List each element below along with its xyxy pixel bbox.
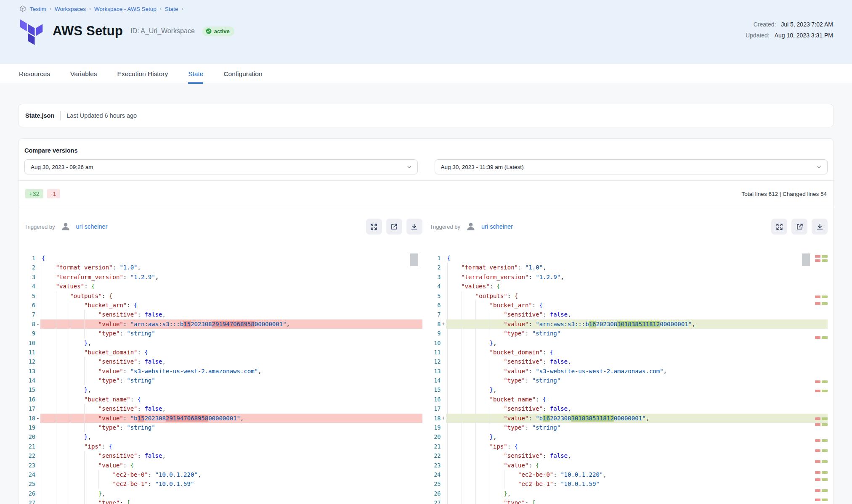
diff-sign	[35, 395, 40, 404]
open-external-button[interactable]	[386, 219, 402, 235]
tab-execution-history[interactable]: Execution History	[117, 64, 168, 84]
ruler-mark-added	[822, 439, 828, 442]
line-number: 20	[24, 432, 35, 441]
terraform-logo	[19, 19, 43, 45]
diff-sign	[35, 272, 40, 282]
diff-sign	[441, 272, 446, 282]
diff-sign	[35, 329, 40, 338]
code-line: 23"value": {	[24, 461, 422, 470]
diff-sign	[35, 451, 40, 460]
line-number: 24	[430, 470, 441, 479]
diff-sign	[35, 338, 40, 348]
breadcrumb-link[interactable]: Workspace - AWS Setup	[94, 6, 157, 12]
status-badge: active	[202, 26, 234, 36]
breadcrumb-separator-icon: ›	[181, 6, 183, 12]
code-line: 22"sensitive": false,	[430, 451, 828, 460]
scrollbar-thumb[interactable]	[410, 253, 418, 266]
diff-sign	[35, 432, 40, 441]
code-line: 17"sensitive": false,	[430, 404, 828, 413]
external-link-icon	[796, 223, 804, 231]
diff-sign	[441, 282, 446, 291]
diff-sign	[441, 291, 446, 301]
testim-logo-icon	[19, 5, 27, 13]
breadcrumb-link[interactable]: Workspaces	[55, 6, 86, 12]
download-button[interactable]	[812, 219, 828, 235]
line-number: 1	[24, 253, 35, 263]
code-line: 15},	[430, 385, 828, 394]
line-number: 20	[430, 432, 441, 441]
code-line: 1{	[430, 253, 828, 263]
download-button[interactable]	[406, 219, 422, 235]
triggered-by-user[interactable]: uri scheiner	[481, 223, 513, 230]
ruler-mark-removed	[815, 336, 820, 339]
file-name: State.json	[25, 112, 54, 119]
last-updated-text: Last Updated 6 hours ago	[66, 112, 137, 119]
ruler-mark-added	[822, 423, 828, 426]
ruler-mark-removed	[815, 390, 820, 392]
code-line: 4"values": {	[430, 282, 828, 291]
line-number: 22	[24, 451, 35, 460]
open-external-button[interactable]	[791, 219, 807, 235]
check-circle-icon	[206, 28, 212, 34]
overview-ruler[interactable]	[815, 253, 828, 504]
code-line: 26},	[430, 489, 828, 498]
code-line: 10},	[24, 338, 422, 348]
line-number: 23	[24, 461, 35, 470]
code-line: 16"bucket_name": {	[430, 395, 828, 404]
pane-header-left: Triggered by uri scheiner	[24, 218, 422, 235]
line-number: 18	[24, 414, 35, 423]
code-editor-original[interactable]: 1{2"format_version": "1.0",3"terraform_v…	[24, 253, 422, 504]
ruler-mark-added	[822, 380, 828, 383]
line-number: 4	[430, 282, 441, 291]
version-select-left[interactable]: Aug 30, 2023 - 09:26 am	[24, 159, 418, 174]
line-number: 18	[430, 414, 441, 423]
tab-variables[interactable]: Variables	[70, 64, 97, 84]
code-line: 12"sensitive": false,	[24, 357, 422, 366]
diff-pane-right: Triggered by uri scheiner	[430, 218, 828, 504]
tab-resources[interactable]: Resources	[19, 64, 50, 84]
ruler-mark-added	[822, 478, 828, 481]
line-number: 19	[430, 423, 441, 432]
triggered-by-user[interactable]: uri scheiner	[76, 223, 108, 230]
code-editor-modified[interactable]: 1{2"format_version": "1.0",3"terraform_v…	[430, 253, 828, 504]
expand-button[interactable]	[771, 219, 787, 235]
breadcrumb-link[interactable]: Testim	[30, 6, 46, 12]
line-number: 10	[430, 338, 441, 348]
diff-sign	[441, 442, 446, 451]
ruler-mark-added	[822, 449, 828, 452]
expand-icon	[775, 223, 783, 231]
version-select-right[interactable]: Aug 30, 2023 - 11:39 am (Latest)	[435, 159, 828, 174]
code-line: 1{	[24, 253, 422, 263]
code-line: 24"ec2-be-0": "10.0.1.220",	[430, 470, 828, 479]
code-line: 20},	[430, 432, 828, 441]
breadcrumb-items: Testim›Workspaces›Workspace - AWS Setup›…	[30, 6, 183, 12]
diff-sign	[35, 404, 40, 413]
code-line: 15},	[24, 385, 422, 394]
code-line: 23"value": {	[430, 461, 828, 470]
diff-panes: Triggered by uri scheiner	[19, 218, 833, 504]
line-number: 12	[24, 357, 35, 366]
ruler-mark-removed	[815, 489, 820, 492]
line-number: 26	[430, 489, 441, 498]
diff-sign	[441, 329, 446, 338]
ruler-mark-removed	[815, 439, 820, 442]
diff-sign	[35, 282, 40, 291]
expand-icon	[370, 223, 378, 231]
expand-button[interactable]	[366, 219, 382, 235]
ruler-mark-added	[822, 336, 828, 339]
ruler-mark-removed	[815, 255, 820, 258]
breadcrumb: Testim›Workspaces›Workspace - AWS Setup›…	[19, 5, 833, 13]
scrollbar-thumb[interactable]	[802, 253, 810, 266]
breadcrumb-link[interactable]: State	[165, 6, 178, 12]
ruler-mark-removed	[815, 460, 820, 463]
code-line: 19"type": "string"	[430, 423, 828, 432]
chevron-down-icon	[817, 165, 821, 169]
diff-sign	[35, 367, 40, 376]
line-number: 10	[24, 338, 35, 348]
line-number: 26	[24, 489, 35, 498]
tab-state[interactable]: State	[188, 64, 203, 84]
line-number: 1	[430, 253, 441, 263]
page: Testim›Workspaces›Workspace - AWS Setup›…	[0, 0, 852, 504]
tab-configuration[interactable]: Configuration	[223, 64, 262, 84]
breadcrumb-separator-icon: ›	[160, 6, 162, 12]
